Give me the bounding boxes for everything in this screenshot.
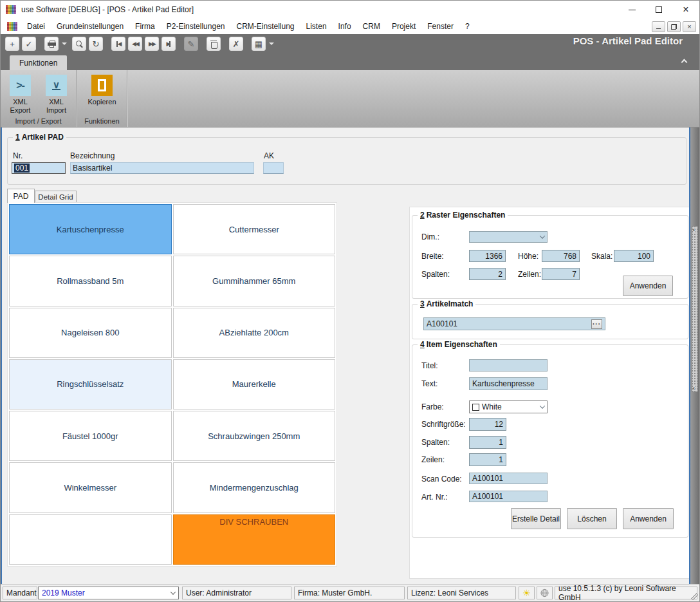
pad-tile-gummihammer[interactable]: Gummihammer 65mm bbox=[173, 256, 336, 306]
item-spalten-field[interactable]: 1 bbox=[469, 436, 506, 449]
xml-export-icon: >- bbox=[10, 75, 31, 96]
artikelmatch-field[interactable]: A100101 ··· bbox=[423, 317, 605, 330]
delete-record-button[interactable] bbox=[207, 37, 221, 51]
pad-tile-div-schrauben[interactable]: DIV SCHRAUBEN bbox=[173, 514, 336, 565]
menu-fenster[interactable]: Fenster bbox=[421, 19, 459, 34]
tab-funktionen[interactable]: Funktionen bbox=[10, 55, 67, 70]
dim-dropdown[interactable] bbox=[469, 231, 548, 243]
edit-button[interactable]: ✎ bbox=[184, 37, 198, 51]
titel-label: Titel: bbox=[421, 361, 438, 370]
pad-tile-winkelmesser[interactable]: Winkelmesser bbox=[9, 462, 172, 513]
menu-info[interactable]: Info bbox=[333, 19, 357, 34]
menu-help[interactable]: ? bbox=[459, 19, 475, 34]
panel-splitter[interactable]: ‹ ‹ bbox=[692, 226, 698, 392]
pad-tile-faeustel[interactable]: Fäustel 1000gr bbox=[9, 411, 172, 461]
last-record-button[interactable]: ▶ bbox=[161, 37, 176, 51]
pad-tile-ringschluesselsatz[interactable]: Ringschlüsselsatz bbox=[9, 359, 172, 409]
loeschen-button[interactable]: Löschen bbox=[567, 508, 617, 529]
text-field[interactable]: Kartuschenpresse bbox=[469, 377, 548, 390]
cancel-button[interactable]: ✗ bbox=[229, 37, 243, 51]
menu-grundeinstellungen[interactable]: Grundeinstellungen bbox=[51, 19, 129, 34]
first-record-button[interactable]: ◀ bbox=[111, 37, 125, 51]
pad-tile-rollmassband[interactable]: Rollmassband 5m bbox=[9, 256, 172, 306]
sun-icon[interactable]: ☀ bbox=[522, 588, 531, 598]
menu-datei[interactable]: Datei bbox=[21, 19, 51, 34]
artikelmatch-value: A100101 bbox=[427, 319, 457, 328]
item-zeilen-field[interactable]: 1 bbox=[469, 453, 506, 466]
search-button[interactable] bbox=[72, 37, 86, 51]
check-icon: ✓ bbox=[26, 39, 33, 49]
form-area: 1Artikel PAD Nr. Bezeichnung AK 001 Basi… bbox=[1, 127, 699, 584]
hoehe-field[interactable]: 768 bbox=[542, 250, 580, 262]
refresh-button[interactable]: ↻ bbox=[89, 37, 103, 51]
pad-tile-empty[interactable] bbox=[9, 514, 172, 565]
print-menu-arrow-icon[interactable] bbox=[62, 42, 67, 45]
maximize-button[interactable] bbox=[645, 1, 672, 19]
window-title: use Software [DEBUG] - [POS - Artikel Pa… bbox=[21, 5, 194, 14]
user-panel: User: Administrator bbox=[182, 587, 291, 599]
globe-icon[interactable] bbox=[540, 588, 549, 597]
minimize-button[interactable] bbox=[618, 1, 645, 19]
sun-panel: ☀ bbox=[519, 587, 535, 599]
ak-field[interactable] bbox=[263, 162, 284, 174]
collapse-left-icon[interactable]: ‹ bbox=[693, 386, 695, 391]
grid-menu-arrow-icon[interactable] bbox=[269, 42, 274, 45]
previous-record-button[interactable]: ◀◀ bbox=[128, 37, 142, 51]
mdi-restore-button[interactable] bbox=[667, 21, 681, 32]
view-title: POS - Artikel Pad Editor bbox=[573, 35, 683, 46]
item-anwenden-button[interactable]: Anwenden bbox=[623, 508, 674, 529]
skala-field[interactable]: 100 bbox=[614, 250, 654, 262]
schriftgroesse-field[interactable]: 12 bbox=[469, 418, 506, 431]
pad-tile-kartuschenpresse[interactable]: Kartuschenpresse bbox=[9, 204, 172, 254]
bezeichnung-value: Basisartikel bbox=[73, 164, 112, 173]
titel-field[interactable] bbox=[469, 359, 548, 372]
confirm-button[interactable]: ✓ bbox=[22, 37, 36, 51]
properties-panel: 2Raster Eigenschaften Dim.: Breite: 1366… bbox=[409, 207, 692, 579]
ribbon-group-label-import-export: Import / Export bbox=[1, 117, 76, 125]
hoehe-label: Höhe: bbox=[518, 252, 539, 261]
skala-label: Skala: bbox=[591, 252, 612, 261]
app-logo-icon bbox=[6, 5, 16, 15]
version-panel: use 10.5.1.3 (c) by Leoni Software GmbH bbox=[555, 587, 697, 599]
raster-zeilen-field[interactable]: 7 bbox=[542, 268, 580, 280]
raster-spalten-field[interactable]: 2 bbox=[469, 268, 506, 280]
menu-projekt[interactable]: Projekt bbox=[386, 19, 421, 34]
mdi-minimize-button[interactable] bbox=[652, 21, 665, 32]
artikelmatch-browse-button[interactable]: ··· bbox=[591, 319, 602, 329]
bezeichnung-field[interactable]: Basisartikel bbox=[70, 162, 254, 174]
menu-listen[interactable]: Listen bbox=[300, 19, 333, 34]
pad-tile-maurerkelle[interactable]: Maurerkelle bbox=[173, 359, 336, 409]
breite-field[interactable]: 1366 bbox=[469, 250, 506, 262]
menu-crm[interactable]: CRM bbox=[357, 19, 386, 34]
mandant-dropdown[interactable]: 2019 Muster bbox=[38, 587, 179, 599]
next-record-button[interactable]: ▶▶ bbox=[145, 37, 159, 51]
close-button[interactable]: × bbox=[672, 1, 699, 19]
add-record-button[interactable]: + bbox=[5, 37, 19, 51]
pad-tile-mindermengenzuschlag[interactable]: Mindermengenzuschlag bbox=[173, 462, 336, 513]
collapse-ribbon-icon[interactable] bbox=[681, 59, 688, 66]
tab-detail-grid[interactable]: Detail Grid bbox=[35, 191, 77, 203]
scancode-field[interactable]: A100101 bbox=[469, 473, 548, 484]
pad-tile-schraubzwingen[interactable]: Schraubzwingen 250mm bbox=[173, 411, 336, 461]
erstelle-detail-button[interactable]: Erstelle Detail bbox=[511, 508, 561, 529]
x-icon: ✗ bbox=[233, 39, 240, 49]
nr-field[interactable]: 001 bbox=[12, 162, 66, 174]
pad-tile-abziehlatte[interactable]: ABziehlatte 200cm bbox=[173, 308, 336, 358]
tab-pad[interactable]: PAD bbox=[7, 189, 35, 203]
mdi-close-button[interactable]: × bbox=[683, 21, 696, 32]
resize-grip[interactable] bbox=[691, 593, 698, 600]
title-bar: use Software [DEBUG] - [POS - Artikel Pa… bbox=[1, 1, 699, 19]
print-button[interactable] bbox=[44, 37, 59, 51]
artnr-field[interactable]: A100101 bbox=[469, 491, 548, 502]
farbe-dropdown[interactable]: White bbox=[469, 400, 548, 413]
menu-crm-einstellung[interactable]: CRM-Einstellung bbox=[231, 19, 300, 34]
raster-anwenden-button[interactable]: Anwenden bbox=[623, 276, 673, 296]
menu-p2-einstellungen[interactable]: P2-Einstellungen bbox=[161, 19, 231, 34]
color-swatch bbox=[472, 404, 479, 411]
ribbon-group-import-export: >- XML Export ∨ XML Import Import / Expo… bbox=[1, 70, 77, 127]
grid-view-button[interactable]: ▦ bbox=[252, 37, 266, 51]
collapse-left-icon[interactable]: ‹ bbox=[693, 227, 695, 232]
pad-tile-cuttermesser[interactable]: Cuttermesser bbox=[173, 204, 336, 254]
pad-tile-nageleisen[interactable]: Nageleisen 800 bbox=[9, 308, 172, 358]
menu-firma[interactable]: Firma bbox=[129, 19, 161, 34]
